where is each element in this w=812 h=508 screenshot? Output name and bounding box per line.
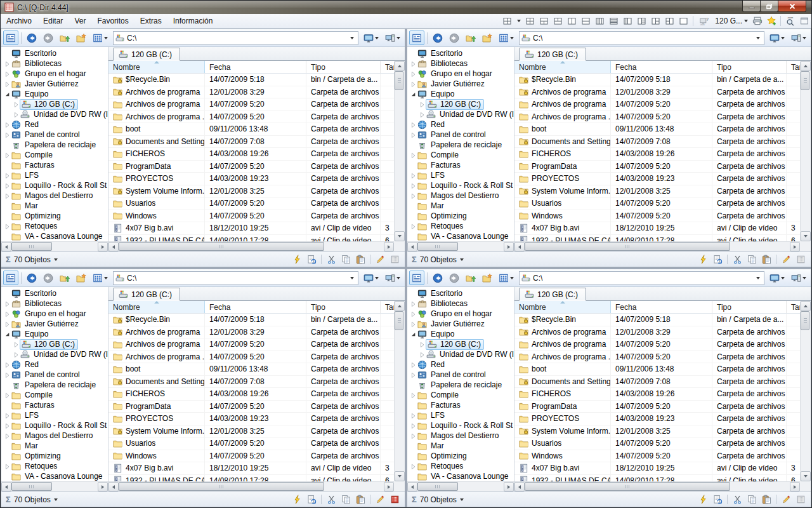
forward-button[interactable] [447, 271, 462, 285]
expander-collapsed-icon[interactable] [3, 392, 11, 399]
tree-item-papelera-de-reciclaje[interactable]: Papelera de reciclaje [1, 380, 108, 390]
layout-single-button[interactable] [677, 15, 690, 27]
file-row-usuarios[interactable]: Usuarios14/07/2009 5:20Carpeta de archiv… [514, 438, 800, 450]
file-row-archivos-de-programa[interactable]: Archivos de programa14/07/2009 5:20Carpe… [108, 98, 394, 111]
refresh-list-button[interactable] [305, 493, 318, 505]
scroll-left-button[interactable] [407, 242, 417, 251]
file-row-windows[interactable]: Windows14/07/2009 5:20Carpeta de archivo… [514, 450, 800, 463]
tree-item-javier-gutierrez[interactable]: Javier Gutiérrez [1, 319, 108, 329]
copy-button[interactable] [339, 253, 352, 265]
column-header-nombre[interactable]: Nombre [514, 61, 611, 73]
column-header-fecha[interactable]: Fecha [205, 301, 306, 313]
column-header-tipo[interactable]: Tipo [306, 61, 381, 73]
tree-item-loquillo-rock-roll-st[interactable]: Loquillo - Rock & Roll St [1, 180, 108, 190]
expander-collapsed-icon[interactable] [3, 182, 11, 189]
paste-button[interactable] [760, 493, 773, 505]
tree-item-grupo-en-el-hogar[interactable]: Grupo en el hogar [1, 309, 108, 319]
up-folder-button[interactable] [57, 271, 72, 285]
menu-favoritos[interactable]: Favoritos [91, 14, 134, 28]
list-horizontal-scrollbar[interactable] [514, 241, 800, 251]
expander-collapsed-icon[interactable] [409, 172, 417, 179]
lightning-button[interactable] [291, 493, 303, 505]
column-header-fecha[interactable]: Fecha [205, 61, 306, 73]
paste-button[interactable] [354, 253, 367, 265]
expander-expanded-icon[interactable] [409, 91, 417, 98]
column-header-tamano[interactable]: Tamaño [787, 61, 800, 73]
tab-drive-c[interactable]: 120 GB (C:) [113, 48, 180, 61]
file-row-system-volume-inform[interactable]: System Volume Inform...12/01/2008 3:25Ca… [108, 425, 394, 438]
scroll-left-button[interactable] [1, 242, 11, 251]
tree-toggle-button[interactable] [3, 271, 18, 285]
list-vertical-scrollbar[interactable] [394, 61, 405, 241]
expander-collapsed-icon[interactable] [3, 432, 11, 439]
expander-collapsed-icon[interactable] [409, 60, 417, 67]
close-button[interactable] [778, 1, 806, 12]
scroll-up-button[interactable] [801, 61, 811, 71]
scrollbar-track[interactable] [458, 242, 504, 251]
layout-three-bottom-split-button[interactable] [537, 15, 551, 27]
tab-drive-c[interactable]: 120 GB (C:) [519, 48, 586, 61]
expander-collapsed-icon[interactable] [409, 321, 417, 328]
tree-item-optimizing[interactable]: Optimizing [1, 451, 108, 461]
expander-collapsed-icon[interactable] [3, 60, 11, 67]
scrollbar-thumb[interactable] [417, 482, 458, 491]
tree-item-mar[interactable]: Mar [1, 441, 108, 451]
expander-collapsed-icon[interactable] [409, 131, 417, 138]
file-row-recycle-bin[interactable]: $Recycle.Bin14/07/2009 5:18bin / Carpeta… [108, 314, 394, 326]
expander-collapsed-icon[interactable] [417, 351, 426, 358]
address-input[interactable]: C:\ [127, 34, 344, 43]
tree-item-optimizing[interactable]: Optimizing [407, 211, 514, 221]
tree-item-retoques[interactable]: Retoques [1, 221, 108, 231]
new-folder-button[interactable] [480, 30, 495, 45]
address-bar[interactable]: C:\ [113, 31, 358, 45]
scrollbar-thumb[interactable] [11, 242, 52, 251]
expander-collapsed-icon[interactable] [409, 371, 417, 378]
file-row-windows[interactable]: Windows14/07/2009 5:20Carpeta de archivo… [514, 210, 800, 223]
scroll-right-button[interactable] [790, 242, 800, 251]
view-style-button[interactable] [767, 271, 787, 285]
menu-archivo[interactable]: Archivo [1, 14, 37, 28]
edit-rename-button[interactable] [374, 253, 386, 265]
scrollbar-track[interactable] [395, 330, 405, 471]
file-row-ficheros[interactable]: FICHEROS14/03/2008 19:26Carpeta de archi… [108, 388, 394, 401]
expander-collapsed-icon[interactable] [11, 341, 20, 348]
window-extra-button[interactable] [797, 15, 811, 27]
tree-item-bibliotecas[interactable]: Bibliotecas [1, 298, 108, 309]
file-row-programdata[interactable]: ProgramData14/07/2009 5:20Carpeta de arc… [514, 401, 800, 413]
tree-item-retoques[interactable]: Retoques [1, 461, 108, 471]
file-row-proyectos[interactable]: PROYECTOS14/03/2008 19:23Carpeta de arch… [108, 173, 394, 185]
file-row-archivos-de-programa[interactable]: Archivos de programa12/01/2008 3:29Carpe… [108, 86, 394, 99]
expander-collapsed-icon[interactable] [3, 422, 11, 429]
expander-collapsed-icon[interactable] [409, 223, 417, 230]
view-style-button[interactable] [361, 30, 381, 45]
selection-grid-button[interactable] [794, 253, 807, 265]
tree-horizontal-scrollbar[interactable] [407, 241, 514, 251]
back-button[interactable] [24, 271, 39, 285]
back-button[interactable] [430, 271, 445, 285]
back-button[interactable] [430, 30, 445, 45]
selection-grid-button[interactable] [388, 253, 401, 265]
new-folder-button[interactable] [74, 271, 89, 285]
column-header-nombre[interactable]: Nombre [108, 61, 205, 73]
expander-collapsed-icon[interactable] [3, 321, 11, 328]
file-row-recycle-bin[interactable]: $Recycle.Bin14/07/2009 5:18bin / Carpeta… [514, 314, 800, 326]
tree-item-magos-del-destierro[interactable]: Magos del Destierro [407, 431, 514, 441]
column-header-tamano[interactable]: Tamaño [787, 301, 800, 313]
tree-item-loquillo-rock-roll-st[interactable]: Loquillo - Rock & Roll St [407, 420, 514, 431]
scrollbar-thumb[interactable] [11, 482, 52, 491]
tree-item-lfs[interactable]: LFS [407, 170, 514, 180]
tree-item-facturas[interactable]: Facturas [1, 400, 108, 410]
tree-item-red[interactable]: Red [1, 119, 108, 130]
tree-item-red[interactable]: Red [1, 359, 108, 370]
column-header-nombre[interactable]: Nombre [514, 301, 611, 313]
expander-collapsed-icon[interactable] [3, 463, 11, 470]
tree-item-va-casanova-lounge[interactable]: VA - Casanova Lounge [407, 471, 514, 481]
tree-item-bibliotecas[interactable]: Bibliotecas [407, 58, 514, 69]
file-row-usuarios[interactable]: Usuarios14/07/2009 5:20Carpeta de archiv… [514, 197, 800, 210]
file-row-archivos-de-programa[interactable]: Archivos de programa14/07/2009 5:20Carpe… [514, 338, 800, 351]
tree-item-compile[interactable]: Compile [407, 390, 514, 400]
forward-button[interactable] [447, 30, 462, 45]
tree-horizontal-scrollbar[interactable] [407, 481, 514, 491]
address-bar[interactable]: C:\ [519, 31, 764, 45]
tree-toggle-button[interactable] [3, 30, 18, 45]
